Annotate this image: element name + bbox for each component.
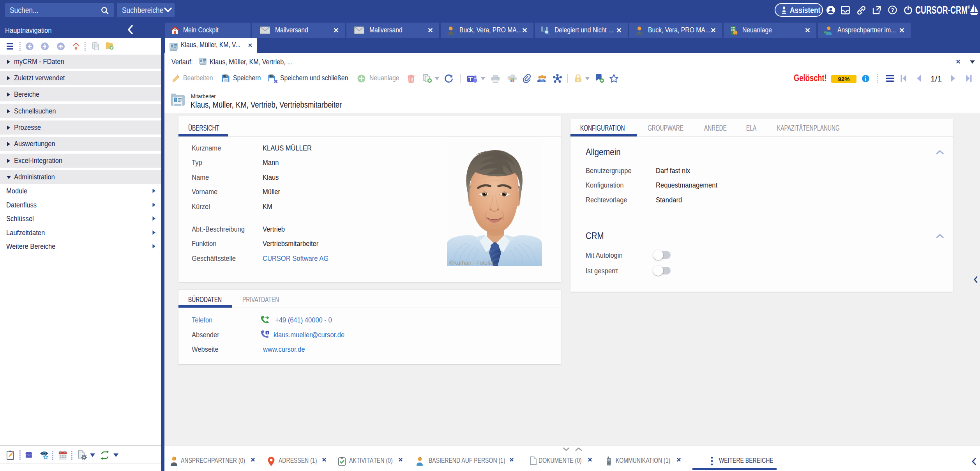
svg-text:T: T [267, 331, 268, 335]
svg-text:©Kurhan - Fotolia: ©Kurhan - Fotolia [449, 260, 494, 266]
svg-text:?: ? [891, 7, 894, 13]
